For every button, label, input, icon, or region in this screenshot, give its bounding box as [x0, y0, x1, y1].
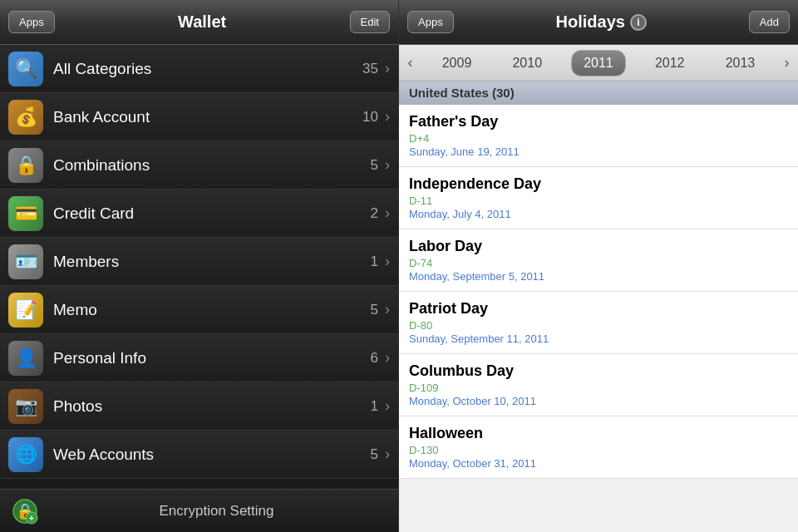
right-title-group: Holidays i [556, 12, 647, 32]
members-icon: 🪪 [8, 244, 43, 279]
year-2009[interactable]: 2009 [431, 51, 484, 76]
bank-account-count: 10 [362, 109, 378, 126]
list-item-members[interactable]: 🪪Members1› [0, 238, 398, 286]
credit-card-chevron: › [385, 204, 390, 222]
holiday-name: Halloween [409, 425, 788, 442]
holiday-date: Monday, July 4, 2011 [409, 208, 788, 220]
personal-info-count: 6 [371, 350, 378, 367]
photos-icon: 📷 [8, 389, 43, 424]
holiday-date: Sunday, June 19, 2011 [409, 145, 788, 158]
personal-info-label: Personal Info [53, 349, 371, 367]
list-item-bank-account[interactable]: 💰Bank Account10› [0, 93, 398, 141]
info-icon[interactable]: i [630, 14, 647, 31]
all-categories-count: 35 [362, 61, 378, 77]
combinations-label: Combinations [53, 156, 371, 175]
holiday-item[interactable]: Columbus DayD-109Monday, October 10, 201… [399, 354, 798, 416]
holiday-item[interactable]: Labor DayD-74Monday, September 5, 2011 [399, 229, 798, 292]
right-nav-bar: Apps Holidays i Add [399, 0, 798, 45]
holiday-name: Columbus Day [409, 362, 788, 380]
year-2011[interactable]: 2011 [571, 50, 626, 76]
year-2010[interactable]: 2010 [500, 51, 554, 76]
left-nav-bar: Apps Wallet Edit [0, 0, 398, 45]
holiday-countdown: D-130 [409, 444, 788, 456]
bank-account-icon: 💰 [8, 100, 43, 135]
list-item-web-accounts[interactable]: 🌐Web Accounts5› [0, 431, 398, 479]
edit-button[interactable]: Edit [350, 11, 390, 33]
encryption-icon: 🔒 + [12, 498, 38, 525]
personal-info-icon: 👤 [8, 341, 43, 376]
bank-account-label: Bank Account [53, 108, 362, 126]
holiday-name: Father's Day [409, 113, 788, 131]
holiday-date: Monday, October 31, 2011 [409, 457, 788, 470]
add-button[interactable]: Add [749, 11, 790, 33]
holiday-date: Monday, September 5, 2011 [409, 270, 788, 283]
svg-text:+: + [29, 514, 34, 523]
holiday-item[interactable]: Father's DayD+4Sunday, June 19, 2011 [399, 105, 798, 167]
holiday-countdown: D-11 [409, 195, 788, 207]
memo-icon: 📝 [8, 293, 43, 328]
holiday-date: Monday, October 10, 2011 [409, 395, 788, 407]
web-accounts-label: Web Accounts [53, 446, 371, 464]
credit-card-icon: 💳 [8, 196, 43, 231]
left-panel: Apps Wallet Edit 🔍All Categories35›💰Bank… [0, 0, 399, 532]
left-apps-button[interactable]: Apps [8, 11, 55, 33]
holiday-countdown: D-109 [409, 382, 788, 394]
web-accounts-count: 5 [371, 446, 378, 463]
combinations-count: 5 [371, 157, 378, 174]
section-header: United States (30) [399, 81, 798, 105]
year-2013[interactable]: 2013 [714, 51, 767, 76]
holiday-item[interactable]: Independence DayD-11Monday, July 4, 2011 [399, 167, 798, 229]
memo-chevron: › [385, 301, 390, 318]
holiday-item[interactable]: Patriot DayD-80Sunday, September 11, 201… [399, 292, 798, 354]
holiday-name: Labor Day [409, 238, 788, 255]
members-chevron: › [385, 253, 390, 270]
holiday-name: Patriot Day [409, 300, 788, 318]
web-accounts-icon: 🌐 [8, 437, 43, 472]
memo-count: 5 [371, 302, 378, 318]
right-apps-button[interactable]: Apps [407, 11, 454, 33]
holiday-date: Sunday, September 11, 2011 [409, 332, 788, 345]
members-label: Members [53, 253, 371, 271]
year-prev-arrow[interactable]: ‹ [408, 54, 413, 71]
credit-card-label: Credit Card [53, 204, 371, 223]
list-item-photos[interactable]: 📷Photos1› [0, 382, 398, 431]
all-categories-chevron: › [385, 60, 390, 77]
personal-info-chevron: › [385, 349, 390, 367]
list-item-credit-card[interactable]: 💳Credit Card2› [0, 190, 398, 238]
holiday-item[interactable]: HalloweenD-130Monday, October 31, 2011 [399, 416, 798, 479]
holiday-list: United States (30) Father's DayD+4Sunday… [399, 81, 798, 532]
holiday-name: Independence Day [409, 175, 788, 193]
encryption-setting-bar[interactable]: 🔒 + Encryption Setting [0, 489, 398, 532]
right-panel: Apps Holidays i Add ‹ 200920102011201220… [399, 0, 798, 532]
holiday-countdown: D+4 [409, 132, 788, 145]
all-categories-icon: 🔍 [8, 52, 43, 86]
photos-count: 1 [371, 398, 378, 415]
list-item-memo[interactable]: 📝Memo5› [0, 286, 398, 334]
all-categories-label: All Categories [53, 60, 362, 78]
combinations-icon: 🔒 [8, 148, 43, 183]
web-accounts-chevron: › [385, 446, 390, 463]
left-title: Wallet [178, 12, 226, 32]
photos-label: Photos [53, 397, 371, 416]
year-2012[interactable]: 2012 [643, 51, 697, 76]
credit-card-count: 2 [371, 205, 378, 222]
holiday-countdown: D-80 [409, 319, 788, 332]
photos-chevron: › [385, 397, 390, 415]
year-next-arrow[interactable]: › [784, 54, 789, 71]
right-title: Holidays [556, 12, 625, 32]
encryption-label: Encryption Setting [47, 503, 387, 520]
list-item-all-categories[interactable]: 🔍All Categories35› [0, 45, 398, 93]
memo-label: Memo [53, 301, 371, 319]
year-selector: ‹ 20092010201120122013› [399, 45, 798, 81]
combinations-chevron: › [385, 156, 390, 174]
category-list: 🔍All Categories35›💰Bank Account10›🔒Combi… [0, 45, 398, 489]
list-item-combinations[interactable]: 🔒Combinations5› [0, 141, 398, 190]
holiday-countdown: D-74 [409, 257, 788, 269]
bank-account-chevron: › [385, 108, 390, 126]
members-count: 1 [371, 254, 378, 270]
list-item-personal-info[interactable]: 👤Personal Info6› [0, 334, 398, 382]
